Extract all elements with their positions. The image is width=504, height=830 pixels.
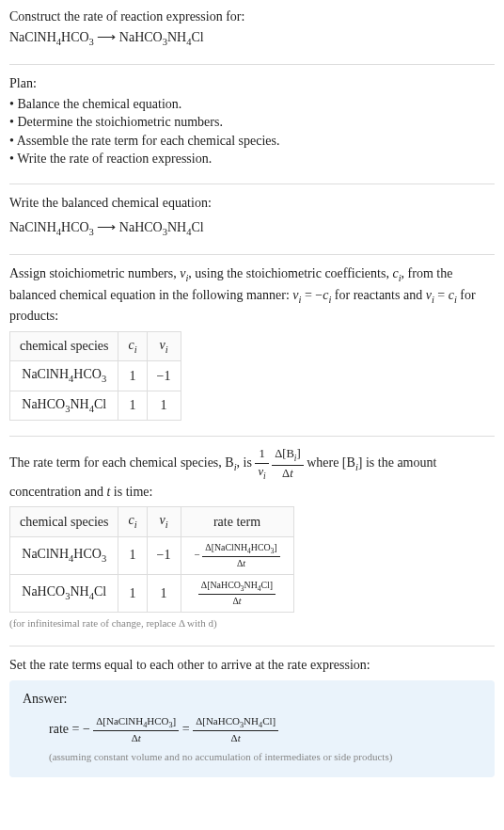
rateterm-table: chemical species ci νi rate term NaClNH4… [9,506,294,613]
col-nu: νi [147,507,181,536]
equals: = [182,722,193,736]
fraction: Δ[NaHCO3NH4Cl] Δt [198,579,276,608]
answer-heading: Answer: [23,690,481,709]
plan-heading: Plan: [9,74,495,93]
table-row: NaClNH4HCO3 1 −1 − Δ[NaClNH4HCO3] Δt [10,536,294,574]
answer-box: Answer: rate = − Δ[NaClNH4HCO3] Δt = Δ[N… [9,680,495,777]
divider [9,254,495,255]
answer-note: (assuming constant volume and no accumul… [23,750,481,764]
fraction: Δ[NaHCO3NH4Cl] Δt [193,714,278,746]
species-cell: NaHCO3NH4Cl [10,574,118,612]
species-cell: NaClNH4HCO3 [10,361,118,391]
plan-item: Write the rate of reaction expression. [9,150,495,168]
prompt-reaction: NaClNH4HCO3 ⟶ NaHCO3NH4Cl [9,28,495,49]
c-cell: 1 [118,536,147,574]
plan-item: Determine the stoichiometric numbers. [9,113,495,132]
reaction-arrow: ⟶ [94,220,119,234]
divider [9,646,495,646]
infinitesimal-note: (for infinitesimal rate of change, repla… [9,616,495,630]
species-cell: NaClNH4HCO3 [10,536,118,574]
c-cell: 1 [118,361,147,391]
product: NaHCO3NH4Cl [119,220,204,234]
nu-cell: −1 [147,361,181,391]
table-header-row: chemical species ci νi [10,331,181,360]
rate-term-cell: Δ[NaHCO3NH4Cl] Δt [181,574,293,612]
plan-list: Balance the chemical equation. Determine… [9,95,495,168]
plan-item: Assemble the rate term for each chemical… [9,132,495,151]
assign-description: Assign stoichiometric numbers, νi, using… [9,264,495,326]
reactant: NaClNH4HCO3 [9,30,94,44]
rate-term-cell: − Δ[NaClNH4HCO3] Δt [181,536,293,574]
divider [9,184,495,184]
prompt-section: Construct the rate of reaction expressio… [9,8,495,58]
set-equal-text: Set the rate terms equal to each other t… [9,656,495,675]
nu-cell: 1 [147,574,181,612]
fraction: Δ[NaClNH4HCO3] Δt [202,541,279,570]
divider [9,436,495,437]
nu-cell: 1 [147,391,181,420]
product: NaHCO3NH4Cl [119,30,204,44]
balanced-reaction: NaClNH4HCO3 ⟶ NaHCO3NH4Cl [9,218,495,239]
fraction: Δ[Bi] Δt [272,446,304,482]
plan-section: Plan: Balance the chemical equation. Det… [9,74,495,178]
col-species: chemical species [10,507,118,536]
assign-section: Assign stoichiometric numbers, νi, using… [9,264,495,430]
rateterm-description: The rate term for each chemical species,… [9,446,495,501]
col-rate-term: rate term [181,507,293,536]
table-row: NaHCO3NH4Cl 1 1 Δ[NaHCO3NH4Cl] Δt [10,574,294,612]
rate-label: rate = − [49,722,90,736]
rateterm-section: The rate term for each chemical species,… [9,446,495,640]
reaction-arrow: ⟶ [94,30,119,44]
c-cell: 1 [118,391,147,420]
species-cell: NaHCO3NH4Cl [10,391,118,420]
plan-item: Balance the chemical equation. [9,95,495,114]
fraction: Δ[NaClNH4HCO3] Δt [93,714,179,746]
c-cell: 1 [118,574,147,612]
table-row: NaClNH4HCO3 1 −1 [10,361,181,391]
table-row: NaHCO3NH4Cl 1 1 [10,391,181,420]
nu-cell: −1 [147,536,181,574]
divider [9,64,495,65]
stoich-table: chemical species ci νi NaClNH4HCO3 1 −1 … [9,331,181,421]
fraction: 1 νi [255,446,268,482]
set-equal-section: Set the rate terms equal to each other t… [9,656,495,787]
balanced-section: Write the balanced chemical equation: Na… [9,194,495,248]
col-c: ci [118,331,147,360]
table-header-row: chemical species ci νi rate term [10,507,294,536]
col-nu: νi [147,331,181,360]
prompt-heading: Construct the rate of reaction expressio… [9,8,495,26]
balanced-heading: Write the balanced chemical equation: [9,194,495,213]
answer-equation: rate = − Δ[NaClNH4HCO3] Δt = Δ[NaHCO3NH4… [23,714,481,746]
col-c: ci [118,507,147,536]
reactant: NaClNH4HCO3 [9,220,94,234]
col-species: chemical species [10,331,118,360]
